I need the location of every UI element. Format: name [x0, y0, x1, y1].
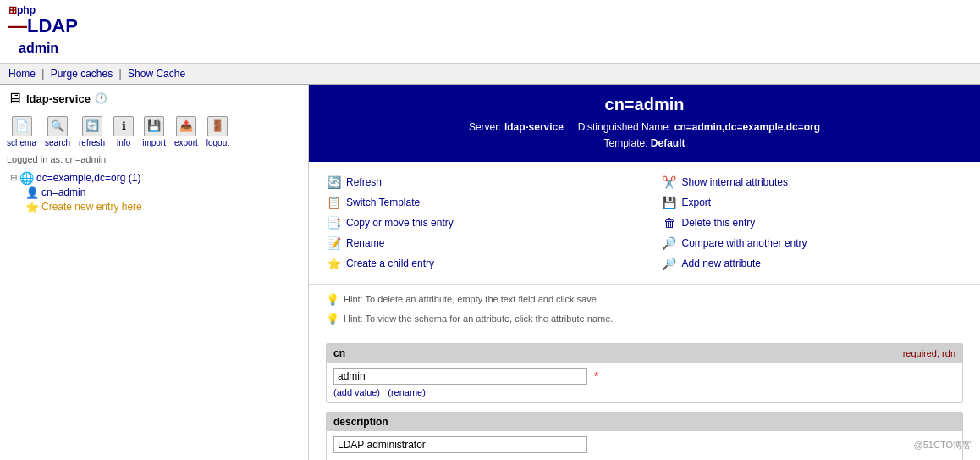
info-label: info: [117, 138, 130, 147]
hint-2-text: Hint: To view the schema for an attribut…: [344, 311, 613, 328]
hints-section: 💡 Hint: To delete an attribute, empty th…: [309, 285, 980, 335]
search-icon: 🔍: [47, 116, 68, 136]
export-action-icon: 💾: [662, 195, 677, 210]
tree-toggle[interactable]: ⊟: [10, 173, 17, 182]
logged-in-status: Logged in as: cn=admin: [7, 154, 301, 164]
clock-icon: 🕐: [95, 92, 107, 104]
toolbar-export[interactable]: 📤 export: [174, 116, 198, 147]
nav-home[interactable]: Home: [8, 68, 36, 80]
main-layout: 🖥 ldap-service 🕐 📄 schema 🔍 search 🔄 ref…: [0, 85, 980, 460]
toolbar-logout[interactable]: 🚪 logout: [206, 116, 229, 147]
tree-create-row[interactable]: ⭐ Create new entry here: [25, 201, 301, 213]
actions-right: ✂️ Show internal attributes 💾 Export 🗑 D…: [662, 172, 964, 274]
entry-header: cn=admin Server: ldap-service Distinguis…: [309, 85, 980, 162]
actions-panel: 🔄 Refresh 📋 Switch Template 📑 Copy or mo…: [309, 162, 980, 285]
logo-php-line: ⊞php: [8, 5, 972, 16]
action-show-internal[interactable]: ✂️ Show internal attributes: [662, 172, 964, 192]
server-meta-value: ldap-service: [504, 121, 564, 133]
dn-meta-value: cn=admin,dc=example,dc=org: [674, 121, 820, 133]
attr-cn-header: cn required, rdn: [327, 344, 962, 363]
action-switch-template-label: Switch Template: [346, 197, 420, 208]
nav-purge-caches[interactable]: Purge caches: [51, 68, 113, 80]
import-label: import: [142, 138, 166, 147]
attr-description-name[interactable]: description: [333, 416, 388, 428]
attr-description-value-row: [333, 436, 955, 453]
nav-bar: Home | Purge caches | Show Cache: [0, 64, 980, 85]
logo-php-text: php: [17, 4, 36, 16]
tree-root-label[interactable]: dc=example,dc=org (1): [36, 172, 140, 184]
attr-cn-add-value[interactable]: (add value): [333, 387, 380, 397]
search-label: search: [45, 138, 70, 147]
action-switch-template[interactable]: 📋 Switch Template: [326, 192, 628, 213]
toolbar-refresh[interactable]: 🔄 refresh: [79, 116, 105, 147]
action-rename[interactable]: 📝 Rename: [326, 233, 628, 253]
nav-show-cache[interactable]: Show Cache: [128, 68, 185, 80]
logo-ldap-line: —LDAP admin: [8, 16, 972, 57]
switch-template-icon: 📋: [326, 195, 341, 210]
action-create-child-label: Create a child entry: [346, 258, 434, 269]
create-entry-link[interactable]: Create new entry here: [41, 201, 142, 213]
nav-sep-1: |: [41, 68, 44, 80]
actions-left: 🔄 Refresh 📋 Switch Template 📑 Copy or mo…: [326, 172, 628, 274]
action-refresh-label: Refresh: [346, 176, 382, 188]
tree-node-admin: 👤 cn=admin: [25, 186, 301, 199]
action-refresh[interactable]: 🔄 Refresh: [326, 172, 628, 192]
action-copy-move[interactable]: 📑 Copy or move this entry: [326, 213, 628, 233]
attr-description-input[interactable]: [333, 436, 587, 453]
refresh-action-icon: 🔄: [326, 175, 341, 190]
attr-cn-input[interactable]: [333, 368, 587, 385]
action-delete[interactable]: 🗑 Delete this entry: [662, 213, 964, 233]
tree-admin-row[interactable]: 👤 cn=admin: [25, 186, 301, 199]
star-icon: ⭐: [25, 201, 39, 213]
toolbar-info[interactable]: ℹ info: [113, 116, 134, 147]
tree-create-entry: ⭐ Create new entry here: [25, 201, 301, 213]
sidebar: 🖥 ldap-service 🕐 📄 schema 🔍 search 🔄 ref…: [0, 85, 309, 460]
action-copy-move-label: Copy or move this entry: [346, 217, 454, 229]
show-internal-icon: ✂️: [662, 175, 677, 190]
content-area: cn=admin Server: ldap-service Distinguis…: [309, 85, 980, 460]
toolbar-schema[interactable]: 📄 schema: [7, 116, 36, 147]
toolbar-import[interactable]: 💾 import: [142, 116, 166, 147]
attr-cn-links: (add value) (rename): [333, 387, 955, 397]
hint-2-icon: 💡: [326, 309, 339, 329]
hint-1-text: Hint: To delete an attribute, empty the …: [344, 291, 599, 308]
attr-cn: cn required, rdn * (add value) (rename): [326, 343, 963, 403]
logout-icon: 🚪: [207, 116, 228, 136]
hint-2: 💡 Hint: To view the schema for an attrib…: [326, 309, 963, 329]
import-icon: 💾: [144, 116, 164, 136]
attr-cn-body: * (add value) (rename): [327, 363, 962, 402]
action-show-internal-label: Show internal attributes: [682, 176, 788, 188]
export-label: export: [174, 138, 198, 147]
attr-cn-name[interactable]: cn: [333, 347, 345, 359]
attributes-section: cn required, rdn * (add value) (rename): [309, 335, 980, 460]
delete-icon: 🗑: [662, 215, 677, 230]
logo-bar: ⊞php —LDAP admin: [0, 0, 980, 64]
action-export[interactable]: 💾 Export: [662, 192, 964, 213]
attr-cn-value-row: *: [333, 368, 955, 385]
sidebar-tree: ⊟ 🌐 dc=example,dc=org (1) 👤 cn=admin ⭐: [10, 171, 301, 213]
tree-node-root: ⊟ 🌐 dc=example,dc=org (1) 👤 cn=admin ⭐: [10, 171, 301, 213]
action-create-child[interactable]: ⭐ Create a child entry: [326, 253, 628, 274]
attr-description-header: description: [327, 413, 962, 431]
tree-root-row[interactable]: ⊟ 🌐 dc=example,dc=org (1): [10, 171, 301, 185]
server-icon: 🖥: [7, 90, 22, 108]
action-rename-label: Rename: [346, 237, 384, 249]
action-add-attribute[interactable]: 🔎 Add new attribute: [662, 253, 964, 274]
refresh-label: refresh: [79, 138, 105, 147]
toolbar-search[interactable]: 🔍 search: [45, 116, 70, 147]
attr-cn-required-star: *: [594, 369, 598, 383]
copy-move-icon: 📑: [326, 215, 341, 230]
nav-sep-2: |: [119, 68, 122, 80]
sidebar-toolbar: 📄 schema 🔍 search 🔄 refresh ℹ info 💾 imp…: [7, 113, 301, 151]
attr-cn-tags: required, rdn: [903, 348, 955, 358]
tree-admin-label: cn=admin: [41, 186, 85, 198]
entry-title: cn=admin: [326, 95, 963, 114]
attr-cn-rename[interactable]: (rename): [388, 387, 426, 397]
action-compare-label: Compare with another entry: [682, 237, 807, 249]
hint-1: 💡 Hint: To delete an attribute, empty th…: [326, 290, 963, 309]
action-compare[interactable]: 🔎 Compare with another entry: [662, 233, 964, 253]
schema-label: schema: [7, 138, 36, 147]
logout-label: logout: [206, 138, 229, 147]
watermark: @51CTO博客: [914, 439, 972, 452]
hint-1-icon: 💡: [326, 290, 339, 309]
